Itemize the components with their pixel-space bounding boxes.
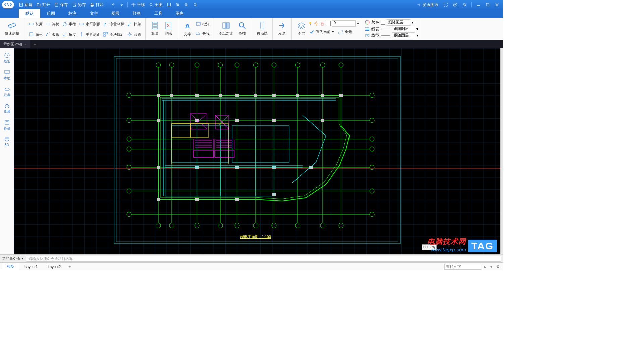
coord-button[interactable]: 测量坐标 [102, 19, 126, 29]
save-button[interactable]: 保存 [52, 0, 70, 9]
area-button[interactable]: 面积 [27, 30, 44, 39]
right-panel-collapsed[interactable] [500, 48, 503, 254]
menu-convert[interactable]: 转换 [126, 9, 148, 18]
sun-icon [314, 21, 319, 26]
zoom-out-button[interactable] [182, 0, 191, 9]
lineweight-preview [381, 27, 391, 31]
layer-state-row[interactable]: 0 ▾ [308, 20, 359, 27]
hdist-button[interactable]: 水平测距 [77, 19, 102, 29]
setcurrent-button[interactable]: 置为当前 ▾ [308, 27, 335, 37]
menu-text[interactable]: 文字 [83, 9, 105, 18]
new-button[interactable]: 新建 [17, 0, 35, 9]
svg-point-147 [370, 137, 374, 141]
layers-button[interactable]: 图层 [294, 19, 308, 37]
send-drawing-button[interactable]: 发送图纸 [415, 0, 440, 9]
continuous-button[interactable]: 连续 [44, 19, 61, 29]
menu-tools[interactable]: 工具 [148, 9, 169, 18]
svg-rect-155 [219, 94, 222, 97]
drawing-canvas[interactable]: 弱电平面图 1:100 CH ♪ 简 电脑技术网 www.tagxp.com T… [14, 48, 500, 254]
prop-label: 颜色 [371, 20, 379, 26]
command-table-button[interactable]: 功能命令表 ▾ [2, 256, 23, 261]
zoom-window-button[interactable] [165, 0, 173, 9]
find-button[interactable]: 查找 [235, 19, 249, 37]
blockstat-button[interactable]: 图块统计 [102, 30, 126, 39]
svg-point-4 [150, 3, 152, 6]
svg-point-119 [169, 63, 174, 67]
radius-button[interactable]: 半径 [61, 19, 77, 29]
svg-rect-2 [91, 3, 93, 4]
find-prev-icon[interactable]: ▲ [481, 264, 488, 269]
lineweight-select[interactable]: 跟随图层 [392, 26, 415, 32]
svg-point-15 [105, 23, 106, 24]
layout-tab-1[interactable]: Layout1 [19, 263, 43, 270]
find-next-icon[interactable]: ▼ [488, 264, 495, 269]
menu-draw[interactable]: 绘图 [40, 9, 62, 18]
command-input[interactable] [26, 256, 501, 262]
linetype-select[interactable]: 跟随图层 [392, 32, 415, 38]
minimize-button[interactable] [474, 1, 482, 9]
document-tabs: 示例图.dwg × ＋ [0, 40, 503, 48]
vdist-button[interactable]: 垂直测距 [77, 30, 102, 39]
zoom-in-button[interactable] [173, 0, 182, 9]
undo-button[interactable] [109, 0, 117, 9]
print-button[interactable]: 打印 [88, 0, 106, 9]
redo-button[interactable] [117, 0, 126, 9]
help-button[interactable]: ? [451, 1, 459, 9]
menu-default[interactable]: 默认 [19, 9, 40, 18]
color-prop-row[interactable]: 颜色 跟随图层▾ [365, 19, 418, 26]
saveas-button[interactable]: 另存 [70, 0, 88, 9]
settings-button[interactable] [461, 1, 469, 9]
document-tab[interactable]: 示例图.dwg × [0, 40, 30, 48]
menu-annotate[interactable]: 标注 [62, 9, 83, 18]
mobile-button[interactable]: 移动端 [255, 19, 270, 37]
zoom-prev-button[interactable] [191, 0, 200, 9]
close-tab-icon[interactable]: × [24, 42, 26, 46]
selall-button[interactable]: 全选 [337, 27, 354, 37]
linetype-prop-row[interactable]: 线型 跟随图层▾ [365, 32, 418, 38]
add-tab-button[interactable]: ＋ [32, 41, 38, 48]
length-button[interactable]: 长度 [27, 19, 44, 29]
arc-button[interactable]: 弧长 [44, 30, 61, 39]
add-layout-button[interactable]: ＋ [68, 264, 72, 269]
cloud-button[interactable]: 云线 [194, 29, 211, 38]
annotate-button[interactable]: 批注 [194, 19, 211, 29]
pan-button[interactable]: 平移 [129, 0, 147, 9]
menu-layer[interactable]: 图层 [105, 9, 126, 18]
scale-button[interactable]: 比例 [126, 19, 143, 29]
close-button[interactable] [493, 1, 501, 9]
send-button[interactable]: 发送 [275, 19, 289, 37]
open-button[interactable]: 打开 [35, 0, 52, 9]
svg-point-130 [195, 223, 199, 228]
angle-button[interactable]: 角度 [61, 30, 77, 39]
calc-button[interactable]: 算量 [148, 19, 162, 37]
compare-button[interactable]: 图纸对比 [217, 19, 235, 37]
command-row: 功能命令表 ▾ [0, 254, 503, 262]
fullscreen-button[interactable] [442, 1, 450, 9]
layout-tab-2[interactable]: Layout2 [43, 263, 66, 270]
lineweight-prop-row[interactable]: 线宽 跟随图层▾ [365, 26, 418, 32]
recent-button[interactable]: 最近 [2, 51, 12, 65]
text-button[interactable]: A文字 [181, 19, 194, 38]
layout-tab-model[interactable]: 模型 [2, 263, 19, 270]
local-button[interactable]: 本地 [2, 68, 12, 82]
measure-settings-button[interactable]: 设置 [126, 30, 143, 39]
backup-button[interactable]: 备份 [2, 118, 12, 132]
svg-point-126 [320, 63, 325, 67]
svg-point-118 [156, 63, 161, 67]
3d-button[interactable]: 3D [3, 135, 11, 148]
find-settings-icon[interactable]: ⚙ [495, 264, 501, 269]
delete-button[interactable]: 删除 [162, 19, 175, 37]
find-text-input[interactable] [444, 264, 481, 270]
layer-select[interactable]: 0 [332, 20, 356, 27]
dropdown-icon: ▾ [332, 30, 334, 34]
maximize-button[interactable] [484, 1, 492, 9]
favorite-button[interactable]: 收藏 [2, 101, 12, 115]
svg-rect-156 [235, 94, 239, 97]
color-select[interactable]: 跟随图层 [387, 19, 410, 26]
zoomall-button[interactable]: 全图 [147, 0, 165, 9]
dropdown-icon[interactable]: ▾ [357, 21, 359, 26]
menu-library[interactable]: 图库 [169, 9, 191, 18]
quick-measure-button[interactable]: 快速测量 [3, 19, 21, 37]
cloud-button[interactable]: 云盘 [2, 85, 12, 99]
svg-rect-178 [215, 139, 234, 157]
